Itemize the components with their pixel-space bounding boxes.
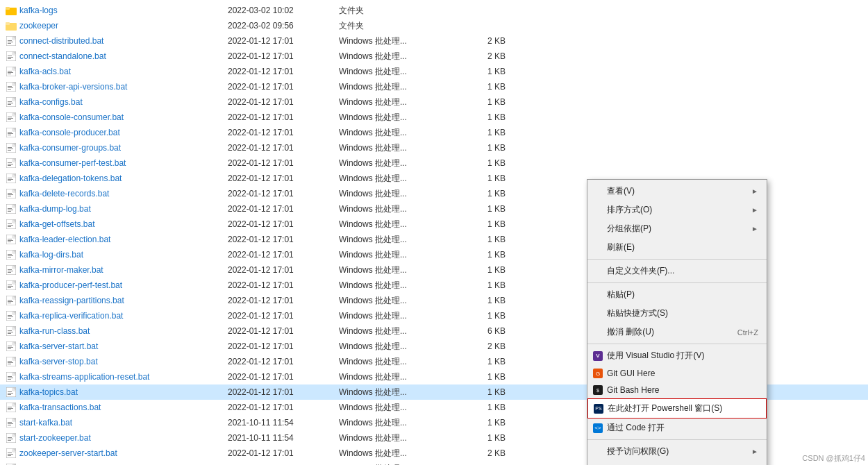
file-date: 2022-01-12 17:01 [228,82,339,92]
bat-icon [6,51,17,62]
context-menu-item-access[interactable]: 授予访问权限(G) ► [587,442,767,461]
bat-icon [6,112,17,123]
file-date: 2022-01-12 17:01 [228,112,339,122]
ctx-item-left: PS 在此处打开 Powershell 窗口(S) [594,403,722,414]
svg-rect-136 [8,362,13,363]
file-row[interactable]: connect-distributed.bat 2022-01-12 17:01… [0,33,868,49]
svg-rect-141 [8,376,12,377]
svg-rect-149 [8,394,11,395]
file-row[interactable]: kafka-logs 2022-03-02 10:02 文件夹 [0,3,868,18]
file-date: 2022-01-12 17:01 [228,219,339,229]
svg-rect-88 [8,240,13,241]
file-name: kafka-delegation-tokens.bat [19,174,228,183]
svg-rect-10 [8,42,13,42]
file-type: Windows 批处理... [339,66,450,78]
svg-rect-83 [8,226,11,227]
file-size: 2 KB [450,448,506,458]
file-size: 6 KB [450,326,506,336]
file-size: 1 KB [450,174,506,183]
bat-icon [6,234,17,245]
bat-icon [6,417,17,428]
context-menu-item-vs[interactable]: V 使用 Visual Studio 打开(V) [587,346,767,365]
bat-icon [6,356,17,367]
context-menu-item-paste[interactable]: 粘贴(P) [587,285,767,304]
file-date: 2022-01-12 17:01 [228,326,339,336]
file-type: Windows 批处理... [339,326,450,337]
file-row[interactable]: kafka-configs.bat 2022-01-12 17:01 Windo… [0,94,868,110]
svg-rect-105 [8,285,12,285]
context-menu-item-refresh[interactable]: 刷新(E) [587,238,767,257]
svg-rect-89 [8,242,11,242]
file-row[interactable]: zookeeper 2022-03-02 09:56 文件夹 [0,18,868,33]
file-name: kafka-delete-records.bat [19,189,228,198]
context-menu-item-sort[interactable]: 排序方式(O) ► [587,201,767,219]
svg-rect-173 [8,455,11,456]
file-row[interactable]: kafka-consumer-groups.bat 2022-01-12 17:… [0,140,868,155]
bat-icon [6,142,17,153]
svg-rect-5 [6,22,10,25]
bat-icon [6,432,17,443]
bat-icon [6,295,17,306]
file-name: connect-standalone.bat [19,51,228,61]
file-date: 2022-01-12 17:01 [228,97,339,107]
file-date: 2022-01-12 17:01 [228,280,339,290]
svg-rect-34 [8,103,13,103]
file-row[interactable]: kafka-acls.bat 2022-01-12 17:01 Windows … [0,64,868,79]
file-row[interactable]: kafka-console-producer.bat 2022-01-12 17… [0,125,868,140]
ctx-label: 排序方式(O) [607,204,652,216]
context-menu-item-git-bash[interactable]: $ Git Bash Here [587,382,767,398]
file-type: Windows 批处理... [339,463,450,466]
context-menu-separator [587,439,767,440]
svg-rect-161 [8,425,11,425]
file-type: Windows 批处理... [339,96,450,108]
svg-rect-58 [8,164,13,164]
file-name: kafka-server-stop.bat [19,357,228,366]
context-menu-item-undo[interactable]: 撤消 删除(U) Ctrl+Z [587,323,767,341]
svg-rect-166 [8,439,13,439]
ctx-item-left: 粘贴快捷方式(S) [593,307,668,319]
folder-icon [6,20,17,31]
svg-rect-63 [8,178,12,178]
context-menu-item-code[interactable]: <> 通过 Code 打开 [587,418,767,437]
svg-rect-113 [8,303,11,303]
file-size: 1 KB [450,82,506,92]
file-date: 2022-01-12 17:01 [228,235,339,244]
svg-rect-71 [8,196,11,196]
context-menu-item-customize[interactable]: 自定义文件夹(F)... [587,262,767,280]
file-type: Windows 批处理... [339,432,450,444]
file-size: 1 KB [450,387,506,397]
file-type: Windows 批处理... [339,448,450,459]
file-row[interactable]: kafka-consumer-perf-test.bat 2022-01-12 … [0,155,868,171]
file-row[interactable]: kafka-console-consumer.bat 2022-01-12 17… [0,110,868,125]
file-date: 2022-01-12 17:01 [228,296,339,305]
context-menu-item-group[interactable]: 分组依据(P) ► [587,219,767,238]
context-menu-item-view[interactable]: 查看(V) ► [587,182,767,201]
ctx-label: 查看(V) [607,185,635,197]
ctx-label: Git Bash Here [607,385,659,395]
svg-rect-167 [8,440,11,441]
file-type: Windows 批处理... [339,387,450,398]
svg-rect-33 [8,101,12,102]
file-name: kafka-streams-application-reset.bat [19,372,228,382]
file-row[interactable]: kafka-broker-api-versions.bat 2022-01-12… [0,79,868,94]
svg-rect-9 [8,40,12,41]
file-name: start-zookeeper.bat [19,433,228,443]
context-menu-item-git-gui[interactable]: G Git GUI Here [587,365,767,382]
svg-rect-171 [8,453,12,453]
ctx-item-left: G Git GUI Here [593,369,655,378]
context-menu-item-new[interactable]: 新建(W) ► [587,461,767,465]
bat-icon [6,203,17,214]
file-type: Windows 批处理... [339,280,450,291]
svg-rect-39 [8,117,12,117]
file-date: 2022-03-02 09:56 [228,21,339,31]
git-bash-icon: $ [593,385,603,395]
svg-rect-82 [8,225,13,226]
context-menu-item-powershell[interactable]: PS 在此处打开 Powershell 窗口(S) [587,398,767,418]
ctx-item-left: V 使用 Visual Studio 打开(V) [593,350,705,362]
file-name: kafka-broker-api-versions.bat [19,82,228,92]
bat-icon [6,81,17,92]
svg-rect-129 [8,346,12,346]
file-row[interactable]: connect-standalone.bat 2022-01-12 17:01 … [0,49,868,64]
context-menu-item-paste-shortcut[interactable]: 粘贴快捷方式(S) [587,304,767,323]
svg-rect-101 [8,272,11,273]
